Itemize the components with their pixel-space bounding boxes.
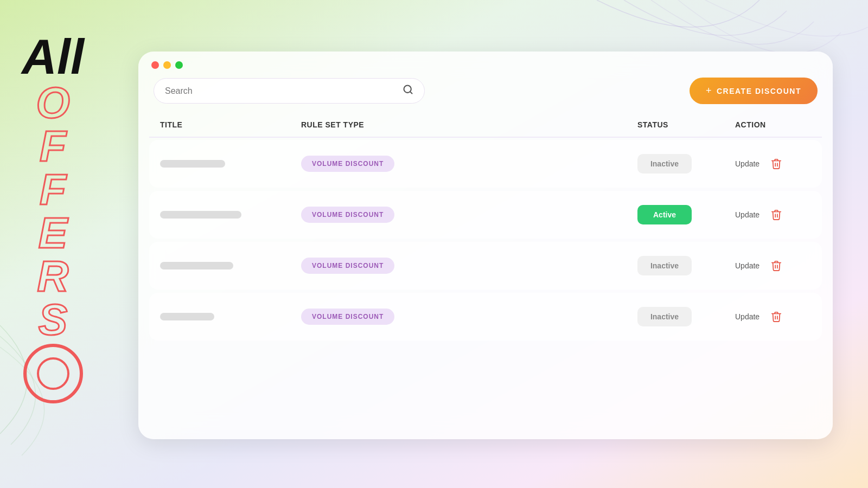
rule-badge-3: VOLUME DISCOUNT: [301, 258, 394, 274]
rule-type-cell-3: VOLUME DISCOUNT: [301, 258, 637, 274]
rule-badge-1: VOLUME DISCOUNT: [301, 156, 394, 172]
table-row: VOLUME DISCOUNT Inactive Update: [149, 293, 822, 341]
side-offers-circle-inner: [37, 357, 69, 390]
delete-button-3[interactable]: [770, 260, 782, 272]
table-row: VOLUME DISCOUNT Inactive Update: [149, 140, 822, 188]
table-container: TITLE RULE SET TYPE STATUS ACTION VOLUME…: [138, 113, 833, 439]
table-row: VOLUME DISCOUNT Inactive Update: [149, 242, 822, 290]
main-card: + CREATE DISCOUNT TITLE RULE SET TYPE ST…: [138, 52, 833, 439]
status-badge-3: Inactive: [637, 256, 692, 275]
side-offers-r-letter: R: [37, 255, 69, 298]
title-placeholder-3: [160, 262, 233, 269]
status-badge-1: Inactive: [637, 154, 692, 174]
title-cell-2: [160, 211, 301, 219]
svg-line-2: [410, 92, 412, 94]
side-offers-text: O F F E R S: [23, 81, 83, 403]
rule-badge-4: VOLUME DISCOUNT: [301, 309, 394, 325]
update-button-1[interactable]: Update: [735, 159, 760, 168]
search-box[interactable]: [154, 78, 425, 104]
side-offers-s-letter: S: [39, 298, 67, 342]
update-button-3[interactable]: Update: [735, 261, 760, 270]
table-header: TITLE RULE SET TYPE STATUS ACTION: [149, 113, 822, 138]
side-offers-circle: [23, 344, 83, 403]
action-cell-2: Update: [735, 209, 811, 221]
table-header-action: ACTION: [735, 120, 811, 129]
action-cell-4: Update: [735, 311, 811, 323]
delete-button-1[interactable]: [770, 158, 782, 170]
table-header-rule-set-type: RULE SET TYPE: [301, 120, 637, 129]
create-discount-label: CREATE DISCOUNT: [717, 87, 801, 95]
title-cell-4: [160, 313, 301, 320]
status-cell-1: Inactive: [637, 154, 735, 174]
top-bar: + CREATE DISCOUNT: [138, 69, 833, 113]
window-maximize-btn[interactable]: [175, 61, 183, 69]
status-cell-3: Inactive: [637, 256, 735, 275]
title-placeholder-2: [160, 211, 241, 219]
side-text-container: All O F F E R S: [22, 33, 84, 403]
side-offers-e-letter: E: [39, 211, 67, 255]
table-row: VOLUME DISCOUNT Active Update: [149, 191, 822, 239]
status-badge-2: Active: [637, 205, 692, 224]
status-cell-4: Inactive: [637, 307, 735, 326]
side-offers-o-letter: O: [36, 81, 69, 125]
action-cell-3: Update: [735, 260, 811, 272]
window-minimize-btn[interactable]: [163, 61, 171, 69]
update-button-2[interactable]: Update: [735, 210, 760, 219]
search-icon: [403, 84, 413, 98]
rule-type-cell-4: VOLUME DISCOUNT: [301, 309, 637, 325]
window-controls: [138, 52, 833, 69]
rule-type-cell-2: VOLUME DISCOUNT: [301, 207, 637, 223]
side-offers-f2-letter: F: [40, 168, 66, 211]
search-input[interactable]: [165, 86, 397, 96]
status-cell-2: Active: [637, 205, 735, 224]
window-close-btn[interactable]: [151, 61, 159, 69]
title-placeholder-1: [160, 160, 225, 168]
table-header-title: TITLE: [160, 120, 301, 129]
delete-button-4[interactable]: [770, 311, 782, 323]
rule-badge-2: VOLUME DISCOUNT: [301, 207, 394, 223]
title-cell-3: [160, 262, 301, 269]
title-placeholder-4: [160, 313, 214, 320]
status-badge-4: Inactive: [637, 307, 692, 326]
create-plus-icon: +: [706, 85, 712, 97]
side-offers-f1-letter: F: [40, 125, 66, 168]
table-header-status: STATUS: [637, 120, 735, 129]
side-all-text: All: [22, 33, 84, 81]
action-cell-1: Update: [735, 158, 811, 170]
create-discount-button[interactable]: + CREATE DISCOUNT: [690, 78, 818, 104]
title-cell-1: [160, 160, 301, 168]
delete-button-2[interactable]: [770, 209, 782, 221]
rule-type-cell-1: VOLUME DISCOUNT: [301, 156, 637, 172]
update-button-4[interactable]: Update: [735, 312, 760, 321]
